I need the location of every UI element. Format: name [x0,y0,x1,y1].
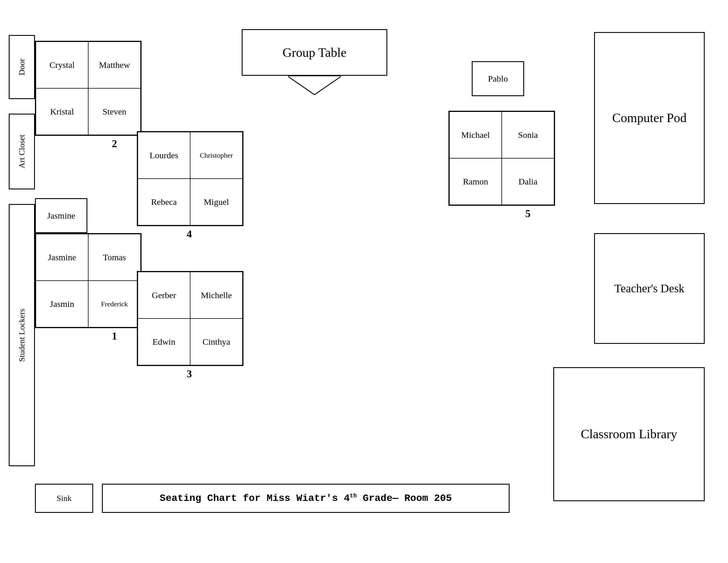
cluster-5-grid: Michael Sonia Ramon Dalia [448,111,555,206]
seat-steven: Steven [88,88,141,135]
seat-michael: Michael [449,112,502,158]
sink-label: Sink [56,493,71,503]
seat-frederick: Frederick [88,280,141,327]
cluster-5-number: 5 [448,207,555,220]
art-closet-label: Art Closet [17,135,26,168]
seat-sonia: Sonia [502,112,554,158]
seat-crystal: Crystal [36,42,88,88]
seat-lourdes: Lourdes [138,132,190,179]
seat-rebeca: Rebeca [138,179,190,225]
teachers-desk-label: Teacher's Desk [614,282,685,296]
cluster-3: Gerber Michelle Edwin Cinthya 3 [137,271,243,380]
student-lockers-box: Student Lockers [9,204,35,466]
seat-cinthya: Cinthya [190,319,243,365]
cluster-3-grid: Gerber Michelle Edwin Cinthya [137,271,243,366]
seat-kristal: Kristal [36,88,88,135]
cluster-4-grid: Lourdes Christopher Rebeca Miguel [137,131,243,226]
seat-pablo: Pablo [488,74,508,84]
seat-jasmine-1: Jasmine [36,234,88,280]
group-table-label: Group Table [282,45,347,60]
seat-edwin: Edwin [138,319,190,365]
cluster-2-number: 2 [35,137,142,150]
room-layout: Door Art Closet Student Lockers Group Ta… [0,0,728,563]
cluster-4: Lourdes Christopher Rebeca Miguel 4 [137,131,243,240]
sink-box: Sink [35,484,93,513]
seat-michelle: Michelle [190,272,243,319]
title-text: Seating Chart for Miss Wiatr's 4th Grade… [160,493,452,504]
cluster-2: Crystal Matthew Kristal Steven 2 [35,41,142,150]
classroom-library-box: Classroom Library [553,367,705,501]
seat-dalia: Dalia [502,158,554,205]
door-box: Door [9,35,35,99]
group-table-area: Group Table [242,29,387,96]
computer-pod-box: Computer Pod [594,32,705,204]
chevron-down-icon [288,76,341,96]
seat-jasmin: Jasmin [36,280,88,327]
seat-ramon: Ramon [449,158,502,205]
seat-matthew: Matthew [88,42,141,88]
student-lockers-label: Student Lockers [17,309,26,362]
seat-tomas: Tomas [88,234,141,280]
art-closet-box: Art Closet [9,114,35,189]
cluster-1-grid: Jasmine Tomas Jasmin Frederick [35,233,142,328]
seat-miguel: Miguel [190,179,243,225]
classroom-library-label: Classroom Library [581,427,677,442]
seat-gerber: Gerber [138,272,190,319]
cluster-1-number: 1 [35,330,142,342]
cluster-3-number: 3 [137,368,242,380]
jasmine-single-desk: Jasmine [35,198,87,233]
seat-jasmine-single: Jasmine [47,211,75,220]
door-label: Door [17,59,26,75]
cluster-4-number: 4 [137,228,242,240]
cluster-1-area: Jasmine Jasmine Tomas Jasmin Frederick 1 [35,198,142,342]
seat-christopher: Christopher [190,132,243,179]
teachers-desk-box: Teacher's Desk [594,233,705,344]
pablo-desk: Pablo [472,61,524,96]
svg-marker-1 [289,77,340,93]
cluster-2-grid: Crystal Matthew Kristal Steven [35,41,142,136]
title-bar: Seating Chart for Miss Wiatr's 4th Grade… [102,484,510,513]
cluster-5: Michael Sonia Ramon Dalia 5 [448,111,555,220]
computer-pod-label: Computer Pod [612,110,686,126]
group-table-box: Group Table [242,29,387,76]
